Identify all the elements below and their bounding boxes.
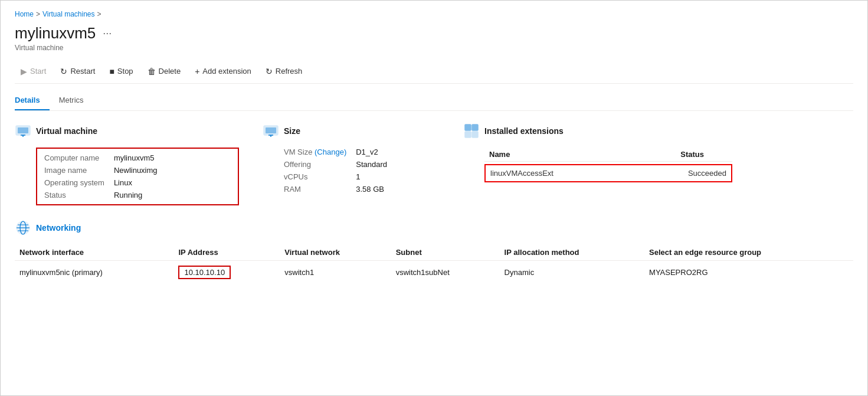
page-container: Home > Virtual machines > mylinuxvm5 ···… [1, 1, 867, 305]
vm-size-change-link[interactable]: (Change) [315, 148, 346, 156]
refresh-icon: ↻ [266, 67, 273, 76]
ext-table-row: linuxVMAccessExt Succeeded [484, 164, 732, 182]
size-field-value-2: 1 [356, 172, 440, 181]
add-extension-button[interactable]: + Add extension [189, 64, 257, 78]
net-th-ip: IP Address [173, 244, 280, 261]
size-field-label-0: VM Size (Change) [284, 148, 346, 156]
ext-icon [463, 123, 480, 139]
size-field-value-1: Standard [356, 160, 440, 169]
net-th-interface: Network interface [15, 244, 173, 261]
net-table-header-row: Network interface IP Address Virtual net… [15, 244, 853, 261]
svg-rect-11 [472, 132, 478, 138]
stop-label: Stop [117, 67, 133, 76]
size-field-label-1: Offering [284, 160, 346, 169]
net-td-vnet: vswitch1 [280, 261, 391, 284]
vm-field-label-1: Image name [44, 166, 104, 175]
vm-field-value-2: Linux [114, 178, 231, 187]
vm-field-value-1: Newlinuximg [114, 166, 231, 175]
ip-highlighted: 10.10.10.10 [178, 266, 231, 279]
net-th-alloc: IP allocation method [500, 244, 644, 261]
size-field-value-0: D1_v2 [356, 148, 440, 156]
vm-icon [15, 123, 31, 139]
networking-table: Network interface IP Address Virtual net… [15, 244, 853, 284]
vm-field-label-3: Status [44, 191, 104, 199]
networking-section: Networking Network interface IP Address … [15, 220, 853, 284]
net-td-subnet: vswitch1subNet [391, 261, 500, 284]
page-subtitle: Virtual machine [15, 44, 853, 52]
add-extension-label: Add extension [202, 67, 251, 76]
tab-details[interactable]: Details [15, 91, 50, 110]
breadcrumb-home[interactable]: Home [15, 10, 34, 18]
net-icon [15, 220, 31, 236]
vm-field-label-2: Operating system [44, 178, 104, 187]
ext-name: linuxVMAccessExt [490, 169, 686, 178]
size-field-label-3: RAM [284, 185, 346, 194]
net-th-edge: Select an edge resource group [644, 244, 853, 261]
breadcrumb-sep2: > [97, 10, 101, 18]
delete-label: Delete [159, 67, 181, 76]
tabs: Details Metrics [15, 91, 853, 111]
ext-col-name: Name [489, 150, 678, 159]
ellipsis-button[interactable]: ··· [100, 27, 114, 40]
sections-row: Virtual machine Computer name mylinuxvm5… [15, 123, 853, 205]
refresh-button[interactable]: ↻ Refresh [260, 64, 309, 78]
ext-table-header: Name Status [484, 148, 732, 162]
vm-fields: Computer name mylinuxvm5 Image name Newl… [44, 153, 231, 199]
net-section-header: Networking [15, 220, 853, 236]
breadcrumb-sep1: > [36, 10, 40, 18]
start-label: Start [30, 67, 46, 76]
net-td-edge: MYASEPRO2RG [644, 261, 853, 284]
content: Virtual machine Computer name mylinuxvm5… [15, 111, 853, 296]
net-section-title: Networking [36, 223, 81, 233]
svg-rect-5 [266, 127, 276, 133]
size-section-title: Size [284, 126, 300, 136]
size-fields: VM Size (Change) D1_v2 Offering Standard… [284, 148, 440, 194]
restart-button[interactable]: ↻ Restart [54, 64, 101, 78]
start-icon: ▶ [21, 67, 27, 76]
svg-rect-1 [18, 127, 28, 133]
vm-section: Virtual machine Computer name mylinuxvm5… [15, 123, 239, 205]
size-field-label-2: vCPUs [284, 172, 346, 181]
tab-metrics[interactable]: Metrics [59, 91, 93, 110]
breadcrumb: Home > Virtual machines > [15, 10, 853, 18]
size-section-header: Size [263, 123, 440, 139]
net-table-row: mylinuxvm5nic (primary) 10.10.10.10 vswi… [15, 261, 853, 284]
net-td-interface: mylinuxvm5nic (primary) [15, 261, 173, 284]
net-td-alloc: Dynamic [500, 261, 644, 284]
ext-section-header: Installed extensions [463, 123, 711, 139]
vm-section-title: Virtual machine [36, 126, 97, 136]
net-td-ip: 10.10.10.10 [173, 261, 280, 284]
breadcrumb-vm[interactable]: Virtual machines [42, 10, 95, 18]
net-th-vnet: Virtual network [280, 244, 391, 261]
svg-rect-9 [472, 125, 478, 130]
stop-icon: ■ [109, 67, 114, 76]
svg-rect-10 [465, 132, 471, 138]
toolbar: ▶ Start ↻ Restart ■ Stop 🗑 Delete + Add … [15, 59, 853, 84]
vm-section-header: Virtual machine [15, 123, 239, 139]
size-section: Size VM Size (Change) D1_v2 Offering Sta… [263, 123, 440, 194]
ext-section-title: Installed extensions [484, 126, 564, 136]
restart-label: Restart [70, 67, 95, 76]
refresh-label: Refresh [276, 67, 303, 76]
size-field-value-3: 3.58 GB [356, 185, 440, 194]
add-icon: + [195, 67, 199, 76]
stop-button[interactable]: ■ Stop [103, 64, 139, 78]
vm-field-value-3: Running [114, 191, 231, 199]
restart-icon: ↻ [60, 67, 67, 76]
size-icon [263, 123, 279, 139]
extensions-section: Installed extensions Name Status linuxVM… [463, 123, 711, 182]
start-button[interactable]: ▶ Start [15, 64, 52, 78]
extensions-table: Name Status linuxVMAccessExt Succeeded [484, 148, 732, 182]
vm-field-value-0: mylinuxvm5 [114, 153, 231, 162]
vm-field-label-0: Computer name [44, 153, 104, 162]
delete-button[interactable]: 🗑 Delete [142, 64, 187, 78]
ext-col-status: Status [680, 150, 728, 159]
ext-status: Succeeded [688, 169, 726, 178]
page-title: mylinuxvm5 [15, 24, 96, 42]
svg-rect-8 [465, 125, 471, 130]
delete-icon: 🗑 [148, 67, 156, 76]
net-th-subnet: Subnet [391, 244, 500, 261]
